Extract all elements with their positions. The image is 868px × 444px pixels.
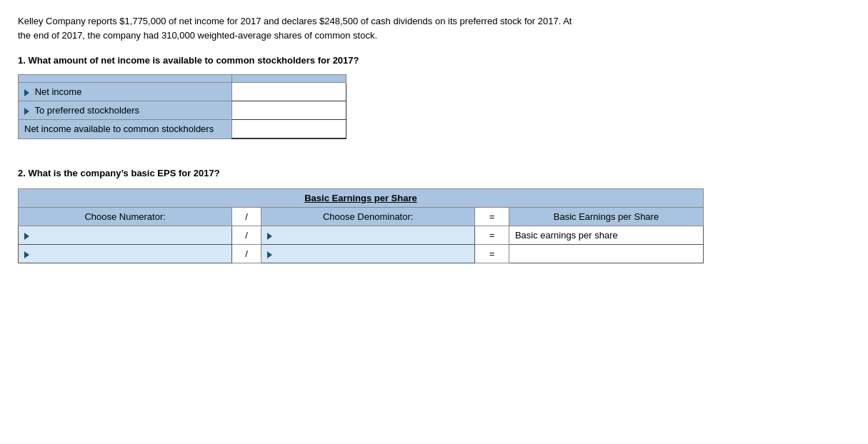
denominator-input-2[interactable] (261, 245, 475, 263)
equals-1: = (475, 226, 509, 245)
eps-title-row: Basic Earnings per Share (19, 189, 704, 208)
col-numerator-header: Choose Numerator: (19, 208, 232, 226)
numerator-input-2[interactable] (19, 245, 232, 263)
available-field[interactable] (238, 123, 340, 134)
available-label: Net income available to common stockhold… (19, 120, 232, 139)
net-income-field[interactable] (238, 86, 340, 97)
arrow-icon (267, 251, 272, 258)
arrow-icon (24, 108, 29, 115)
arrow-icon (24, 89, 29, 96)
table-row: Net income available to common stockhold… (19, 120, 346, 139)
eps-col-headers-row: Choose Numerator: / Choose Denominator: … (19, 208, 704, 226)
preferred-field[interactable] (238, 105, 340, 116)
slash-2: / (232, 245, 261, 263)
eps-data-row-1: / = Basic earnings per share (19, 226, 704, 245)
preferred-input[interactable] (232, 101, 346, 120)
denominator-input-1[interactable] (261, 226, 475, 245)
eps-data-row-2: / = (19, 245, 704, 263)
numerator-field-1[interactable] (35, 230, 216, 241)
question1-label: 1. What amount of net income is availabl… (18, 55, 850, 66)
table-header-row (19, 75, 346, 83)
denominator-field-2[interactable] (278, 248, 459, 259)
table-row: To preferred stockholders (19, 101, 346, 120)
arrow-icon (24, 251, 29, 258)
denominator-field-1[interactable] (278, 230, 459, 241)
numerator-input-1[interactable] (19, 226, 232, 245)
table-row: Net income (19, 83, 346, 101)
slash-header: / (232, 208, 261, 226)
eps-table-container: Basic Earnings per Share Choose Numerato… (18, 188, 704, 263)
eps-title: Basic Earnings per Share (304, 193, 417, 203)
net-income-label: Net income (19, 83, 232, 101)
result-1: Basic earnings per share (509, 226, 703, 245)
arrow-icon (267, 233, 272, 240)
section1-table: Net income To preferred stockholders Net… (18, 74, 346, 139)
intro-paragraph: Kelley Company reports $1,775,000 of net… (18, 14, 661, 42)
equals-2: = (475, 245, 509, 263)
eps-table: Basic Earnings per Share Choose Numerato… (18, 188, 704, 263)
slash-1: / (232, 226, 261, 245)
header-input-cell (232, 75, 346, 83)
numerator-field-2[interactable] (35, 248, 216, 259)
available-input[interactable] (232, 120, 346, 139)
result-2 (509, 245, 703, 263)
header-label-cell (19, 75, 232, 83)
equals-header: = (475, 208, 509, 226)
col-result-header: Basic Earnings per Share (509, 208, 703, 226)
preferred-label: To preferred stockholders (19, 101, 232, 120)
arrow-icon (24, 233, 29, 240)
col-denominator-header: Choose Denominator: (261, 208, 475, 226)
question2-label: 2. What is the company’s basic EPS for 2… (18, 168, 850, 178)
net-income-input[interactable] (232, 83, 346, 101)
